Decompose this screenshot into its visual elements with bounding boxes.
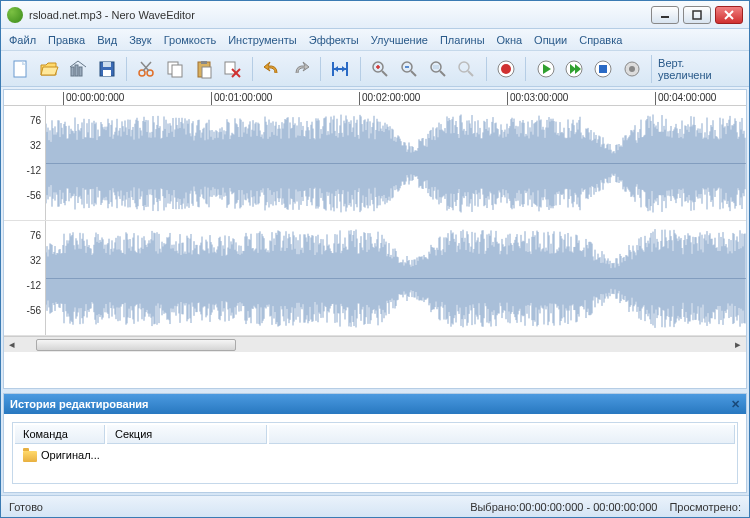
svg-point-36 — [459, 62, 469, 72]
record-button[interactable] — [493, 55, 520, 83]
svg-line-31 — [411, 71, 416, 76]
history-header: История редактирования ✕ — [4, 394, 746, 414]
history-row[interactable]: Оригинал... — [15, 446, 735, 465]
ruler-tick: 00:01:00:000 — [214, 92, 272, 103]
menu-tools[interactable]: Инструменты — [228, 34, 297, 46]
waveform-channel-right: 76 32 -12 -56 — [4, 221, 746, 336]
stop-button[interactable] — [590, 55, 617, 83]
menu-edit[interactable]: Правка — [48, 34, 85, 46]
history-col-spacer — [269, 425, 735, 444]
open-file-button[interactable] — [36, 55, 63, 83]
status-viewed: Просмотрено: — [669, 501, 741, 513]
svg-line-27 — [382, 71, 387, 76]
scroll-left-arrow-icon[interactable]: ◂ — [4, 337, 20, 353]
waveform-svg-right — [46, 221, 746, 336]
menu-plugins[interactable]: Плагины — [440, 34, 485, 46]
vertical-zoom-label[interactable]: Верт. увеличени — [651, 55, 743, 83]
waveform-svg-left — [46, 106, 746, 221]
delete-button[interactable] — [219, 55, 246, 83]
svg-rect-5 — [71, 67, 74, 76]
settings-button[interactable] — [618, 55, 645, 83]
history-title: История редактирования — [10, 398, 149, 410]
menu-view[interactable]: Вид — [97, 34, 117, 46]
ruler-tick: 00:03:00:000 — [510, 92, 568, 103]
menu-windows[interactable]: Окна — [497, 34, 523, 46]
titlebar[interactable]: rsload.net.mp3 - Nero WaveEditor — [1, 1, 749, 29]
svg-rect-18 — [201, 61, 207, 64]
new-file-button[interactable] — [7, 55, 34, 83]
minimize-button[interactable] — [651, 6, 679, 24]
zoom-out-button[interactable] — [395, 55, 422, 83]
waveform-display[interactable]: 76 32 -12 -56 76 32 -12 -56 — [4, 106, 746, 336]
svg-point-12 — [147, 70, 153, 76]
window-title: rsload.net.mp3 - Nero WaveEditor — [29, 9, 651, 21]
play-button[interactable] — [532, 55, 559, 83]
y-axis-left: 76 32 -12 -56 — [4, 106, 46, 220]
menu-sound[interactable]: Звук — [129, 34, 152, 46]
svg-rect-1 — [693, 11, 701, 19]
time-ruler[interactable]: 00:00:00:000 00:01:00:000 00:02:00:000 0… — [4, 90, 746, 106]
fit-width-button[interactable] — [327, 55, 354, 83]
svg-rect-16 — [172, 65, 182, 77]
svg-rect-6 — [75, 65, 78, 76]
menu-file[interactable]: Файл — [9, 34, 36, 46]
horizontal-scrollbar[interactable]: ◂ ▸ — [4, 336, 746, 352]
zoom-in-button[interactable] — [367, 55, 394, 83]
menu-help[interactable]: Справка — [579, 34, 622, 46]
history-col-section[interactable]: Секция — [107, 425, 267, 444]
svg-rect-19 — [202, 67, 211, 78]
app-icon — [7, 7, 23, 23]
status-text: Готово — [9, 501, 43, 513]
ruler-tick: 00:00:00:000 — [66, 92, 124, 103]
zoom-reset-button[interactable] — [453, 55, 480, 83]
menu-volume[interactable]: Громкость — [164, 34, 216, 46]
scroll-right-arrow-icon[interactable]: ▸ — [730, 337, 746, 353]
menu-effects[interactable]: Эффекты — [309, 34, 359, 46]
undo-button[interactable] — [259, 55, 286, 83]
svg-line-37 — [468, 71, 473, 76]
paste-button[interactable] — [190, 55, 217, 83]
maximize-button[interactable] — [683, 6, 711, 24]
svg-rect-35 — [433, 65, 439, 69]
svg-point-39 — [501, 64, 511, 74]
svg-rect-20 — [225, 62, 235, 74]
folder-icon — [23, 451, 37, 462]
save-button[interactable] — [93, 55, 120, 83]
history-close-button[interactable]: ✕ — [731, 398, 740, 411]
svg-point-11 — [139, 70, 145, 76]
history-row-command: Оригинал... — [41, 449, 100, 461]
waveform-area: 00:00:00:000 00:01:00:000 00:02:00:000 0… — [3, 89, 747, 389]
play-loop-button[interactable] — [561, 55, 588, 83]
close-button[interactable] — [715, 6, 743, 24]
svg-rect-9 — [103, 62, 111, 67]
menubar: Файл Правка Вид Звук Громкость Инструмен… — [1, 29, 749, 51]
menu-options[interactable]: Опции — [534, 34, 567, 46]
copy-button[interactable] — [162, 55, 189, 83]
toolbar: Верт. увеличени — [1, 51, 749, 87]
ruler-tick: 00:04:00:000 — [658, 92, 716, 103]
history-col-command[interactable]: Команда — [15, 425, 105, 444]
menu-enhance[interactable]: Улучшение — [371, 34, 428, 46]
svg-rect-43 — [599, 65, 607, 73]
history-table: Команда Секция Оригинал... — [12, 422, 738, 484]
status-selection: Выбрано:00:00:00:000 - 00:00:00:000 — [470, 501, 657, 513]
statusbar: Готово Выбрано:00:00:00:000 - 00:00:00:0… — [1, 495, 749, 517]
history-panel: История редактирования ✕ Команда Секция … — [3, 393, 747, 493]
waveform-channel-left: 76 32 -12 -56 — [4, 106, 746, 221]
library-button[interactable] — [64, 55, 91, 83]
svg-rect-7 — [79, 67, 82, 76]
svg-point-45 — [629, 66, 635, 72]
svg-line-34 — [440, 71, 445, 76]
ruler-tick: 00:02:00:000 — [362, 92, 420, 103]
y-axis-right: 76 32 -12 -56 — [4, 221, 46, 335]
scroll-thumb[interactable] — [36, 339, 236, 351]
svg-rect-10 — [103, 70, 111, 76]
redo-button[interactable] — [287, 55, 314, 83]
cut-button[interactable] — [133, 55, 160, 83]
app-window: rsload.net.mp3 - Nero WaveEditor Файл Пр… — [0, 0, 750, 518]
zoom-selection-button[interactable] — [424, 55, 451, 83]
